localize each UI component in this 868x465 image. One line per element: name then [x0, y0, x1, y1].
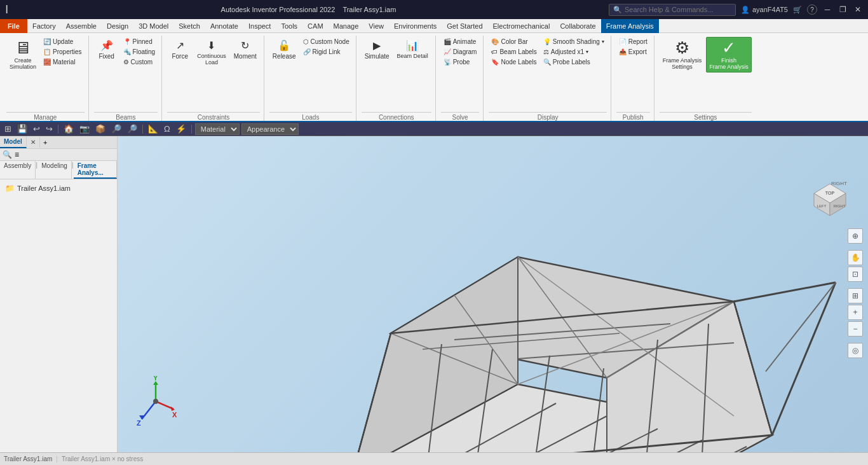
menu-assemble[interactable]: Assemble — [61, 19, 102, 33]
simulate-label: Simulate — [365, 53, 390, 60]
finish-frame-analysis-button[interactable]: ✓ FinishFrame Analysis — [706, 37, 752, 73]
custom-node-button[interactable]: ⬡Custom Node — [301, 37, 352, 46]
export-button[interactable]: 📤Export — [616, 47, 650, 57]
qa-omega-button[interactable]: Ω — [162, 123, 172, 134]
result-col1: 🎬Animate 📈Diagram 📡Probe — [441, 37, 480, 67]
modeling-subtab[interactable]: Modeling — [37, 161, 72, 179]
tree-item-trailer[interactable]: 📁 Trailer Assy1.iam — [3, 182, 114, 195]
color-bar-button[interactable]: 🎨Color Bar — [489, 37, 539, 46]
smooth-shading-button[interactable]: 💡Smooth Shading ▾ — [541, 37, 607, 46]
close-model-tab[interactable]: ✕ — [27, 137, 40, 148]
node-labels-button[interactable]: 🔖Node Labels — [489, 57, 539, 67]
minimize-button[interactable]: ─ — [822, 4, 832, 15]
menu-3dmodel[interactable]: 3D Model — [133, 19, 173, 33]
connections-buttons: ▶ Simulate 📊 Beam Detail — [362, 36, 431, 112]
custom-icon: ⚙ — [123, 59, 129, 66]
qa-lightning-button[interactable]: ⚡ — [174, 123, 188, 134]
model-tab[interactable]: Model — [0, 136, 27, 148]
unzoom-button[interactable]: − — [848, 321, 863, 337]
qa-measure-button[interactable]: 📐 — [146, 123, 160, 134]
panel-content: 📁 Trailer Assy1.iam — [0, 179, 117, 452]
menu-manage[interactable]: Manage — [329, 19, 364, 33]
custom-button[interactable]: ⚙Custom — [121, 57, 158, 67]
menubar: File Factory Assemble Design 3D Model Sk… — [0, 19, 868, 33]
beam-detail-button[interactable]: 📊 Beam Detail — [394, 37, 431, 62]
moment-button[interactable]: ↻ Moment — [231, 37, 260, 62]
file-menu[interactable]: File — [0, 19, 27, 33]
appearance-dropdown[interactable]: Appearance — [241, 123, 299, 135]
svg-line-43 — [142, 401, 156, 419]
rigid-link-button[interactable]: 🔗Rigid Link — [301, 47, 352, 57]
menu-factory[interactable]: Factory — [27, 19, 61, 33]
viewcube[interactable]: TOP LEFT RIGHT RIGHT — [808, 174, 852, 219]
look-at-button[interactable]: ◎ — [848, 343, 863, 358]
panel-menu-icon[interactable]: ≡ — [15, 150, 19, 159]
animate-button[interactable]: 🎬Animate — [441, 37, 480, 46]
diagram-button[interactable]: 📈Diagram — [441, 47, 480, 57]
qa-redo-button[interactable]: ↪ — [44, 123, 55, 134]
report-button[interactable]: 📄Report — [616, 37, 650, 46]
qa-zoomout-button[interactable]: 🔎 — [125, 123, 139, 134]
right-toolbar: ⊕ ✋ ⊡ ⊞ + − ◎ — [848, 228, 863, 358]
qa-3d-button[interactable]: 📦 — [93, 123, 107, 134]
help-icon[interactable]: ? — [807, 4, 817, 15]
main-area: Model ✕ + 🔍 ≡ Assembly | Modeling | Fram… — [0, 136, 868, 452]
menu-view[interactable]: View — [363, 19, 389, 33]
create-simulation-icon: 🖥 — [15, 39, 31, 56]
qa-zoomin-button[interactable]: 🔎 — [109, 123, 123, 134]
properties-button[interactable]: 📋Properties — [41, 47, 85, 57]
adjusted-button[interactable]: ⚖Adjusted x1 ▾ — [541, 47, 607, 57]
menu-cam[interactable]: CAM — [302, 19, 328, 33]
pinned-button[interactable]: 📍Pinned — [121, 37, 158, 46]
rotate-button[interactable]: ⊕ — [848, 228, 863, 244]
viewport[interactable]: TOP LEFT RIGHT RIGHT ⊕ ✋ ⊡ ⊞ + − ◎ — [118, 136, 868, 452]
fixed-button[interactable]: 📌 Fixed — [94, 37, 119, 62]
menu-design[interactable]: Design — [102, 19, 133, 33]
beam-labels-button[interactable]: 🏷Beam Labels — [489, 47, 539, 57]
probe-labels-button[interactable]: 🔍Probe Labels — [541, 57, 607, 67]
material-dropdown[interactable]: Material — [195, 123, 240, 135]
frame-analysis-subtab[interactable]: Frame Analys... — [74, 161, 117, 179]
force-button[interactable]: ↗ Force — [167, 37, 193, 62]
menu-collaborate[interactable]: Collaborate — [555, 19, 600, 33]
moment-label: Moment — [234, 53, 257, 60]
update-button[interactable]: 🔄Update — [41, 37, 85, 46]
pan-button[interactable]: ✋ — [848, 250, 863, 265]
panel-search-icon[interactable]: 🔍 — [3, 150, 12, 159]
search-bar[interactable]: 🔍 — [609, 4, 736, 16]
menu-tools[interactable]: Tools — [276, 19, 302, 33]
model-subtabs: Assembly | Modeling | Frame Analys... — [0, 161, 117, 179]
adjusted-icon: ⚖ — [543, 48, 549, 55]
qa-new-button[interactable]: ⊞ — [3, 123, 13, 134]
release-button[interactable]: 🔓 Release — [269, 37, 299, 62]
release-label: Release — [273, 53, 296, 60]
menu-environments[interactable]: Environments — [389, 19, 442, 33]
add-tab-button[interactable]: + — [40, 137, 50, 148]
close-button[interactable]: ✕ — [853, 4, 863, 15]
assembly-subtab[interactable]: Assembly — [0, 161, 36, 179]
menu-electromechanical[interactable]: Electromechanical — [488, 19, 555, 33]
qa-camera-button[interactable]: 📷 — [78, 123, 92, 134]
menu-inspect[interactable]: Inspect — [243, 19, 276, 33]
continuous-load-button[interactable]: ⬇ ContinuousLoad — [194, 37, 229, 68]
search-input[interactable] — [625, 6, 726, 13]
probe-button[interactable]: 📡Probe — [441, 57, 480, 67]
qa-save-button[interactable]: 💾 — [15, 123, 29, 134]
material-button[interactable]: 🧱Material — [41, 57, 85, 67]
create-simulation-button[interactable]: 🖥 CreateSimulation — [6, 37, 39, 73]
zoom-button[interactable]: + — [848, 305, 863, 320]
zoom-window-button[interactable]: ⊡ — [848, 267, 863, 282]
menu-annotate[interactable]: Annotate — [205, 19, 243, 33]
simulate-button[interactable]: ▶ Simulate — [362, 37, 393, 62]
qa-home-button[interactable]: 🏠 — [62, 123, 76, 134]
ribbon-group-publish: 📄Report 📤Export Publish — [613, 36, 654, 121]
zoom-all-button[interactable]: ⊞ — [848, 288, 863, 303]
cart-icon[interactable]: 🛒 — [793, 6, 802, 14]
frame-analysis-settings-button[interactable]: ⚙ Frame AnalysisSettings — [660, 37, 705, 73]
floating-button[interactable]: 🔩Floating — [121, 47, 158, 57]
menu-sketch[interactable]: Sketch — [173, 19, 205, 33]
menu-frame-analysis[interactable]: Frame Analysis — [601, 19, 659, 33]
restore-button[interactable]: ❐ — [837, 4, 848, 15]
menu-get-started[interactable]: Get Started — [442, 19, 487, 33]
qa-undo-button[interactable]: ↩ — [31, 123, 42, 134]
